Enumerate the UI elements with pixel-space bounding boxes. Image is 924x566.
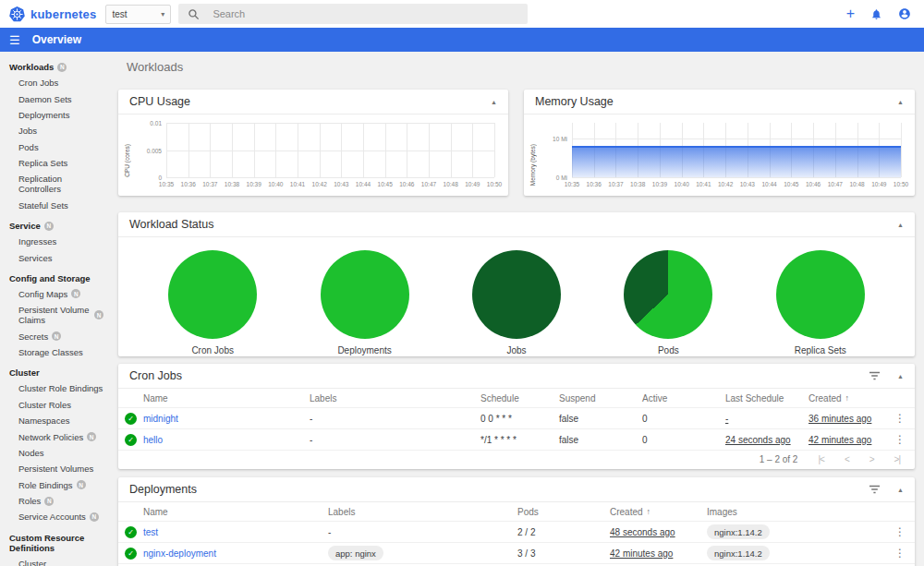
sidebar-item-crd-cluster[interactable]: Cluster [0,556,111,566]
pie-jobs: Jobs [447,250,586,355]
deployments-pie-chart[interactable] [321,250,409,339]
deployment-link[interactable]: test [143,527,158,537]
row-menu-kebab-icon[interactable]: ⋮ [885,525,915,538]
prev-page-icon[interactable]: < [845,454,849,464]
sidebar-item-replication-controllers[interactable]: Replication Controllers [0,171,111,197]
sidebar-item-secrets[interactable]: SecretsN [0,329,111,344]
sidebar-item-deployments[interactable]: Deployments [0,107,111,123]
sidebar-item-ingresses[interactable]: Ingresses [0,234,111,249]
pods-pie-chart[interactable] [624,250,712,339]
col-created[interactable]: Created↑ [610,507,707,517]
sidebar-section-cluster[interactable]: Cluster [0,364,111,380]
namespaced-badge: N [71,289,80,298]
sidebar-item-cron-jobs[interactable]: Cron Jobs [0,75,111,90]
col-active[interactable]: Active [642,393,725,403]
sidebar-item-services[interactable]: Services [0,249,111,265]
chevron-down-icon: ▾ [161,10,164,18]
sidebar-item-namespaces[interactable]: Namespaces [0,413,111,428]
sidebar-item-nodes[interactable]: Nodes [0,445,111,461]
pie-cron-jobs: Cron Jobs [143,250,282,355]
last-schedule-value[interactable]: - [725,414,728,424]
col-suspend[interactable]: Suspend [559,393,642,403]
collapse-caret-icon[interactable]: ▲ [491,99,497,105]
kubernetes-logo[interactable]: kubernetes [9,6,96,22]
first-page-icon[interactable]: |< [818,454,823,464]
sidebar-section-workloads[interactable]: Workloads N [0,58,111,75]
sidebar-item-persistent-volumes[interactable]: Persistent Volumes [0,461,111,476]
pie-replica-sets: Replica Sets [751,250,890,355]
namespaced-badge: N [94,310,103,319]
replica-sets-pie-chart[interactable] [776,250,865,339]
created-value[interactable]: 36 minutes ago [808,414,871,424]
row-menu-kebab-icon[interactable]: ⋮ [885,433,915,446]
filter-icon[interactable] [869,371,881,380]
sidebar-item-daemon-sets[interactable]: Daemon Sets [0,90,111,106]
sidebar-section-custom-resource-definitions[interactable]: Custom Resource Definitions [0,529,111,556]
sidebar-item-role-bindings[interactable]: Role BindingsN [0,477,111,493]
page-title: Workloads [127,60,183,74]
sidebar-item-pods[interactable]: Pods [0,139,111,155]
search-bar[interactable] [178,4,528,24]
sidebar-item-cluster-roles[interactable]: Cluster Roles [0,397,111,413]
sidebar-item-storage-classes[interactable]: Storage Classes [0,344,111,360]
row-menu-kebab-icon[interactable]: ⋮ [885,412,915,425]
account-user-icon[interactable] [898,7,911,20]
deployment-link[interactable]: nginx-deployment [143,548,216,559]
kubernetes-helm-icon [9,6,25,22]
memory-y-axis-label: Memory (bytes) [529,144,536,186]
col-name[interactable]: Name [143,393,310,403]
col-labels[interactable]: Labels [310,393,480,403]
deployments-table-header: Name Labels Pods Created↑ Images [118,502,915,522]
sidebar-item-service-accounts[interactable]: Service AccountsN [0,509,111,524]
col-labels[interactable]: Labels [328,507,517,517]
menu-hamburger-icon[interactable]: ☰ [9,34,20,46]
cron-job-link[interactable]: hello [143,435,163,445]
col-schedule[interactable]: Schedule [480,393,559,403]
create-resource-plus-icon[interactable]: + [846,6,855,21]
next-page-icon[interactable]: > [869,454,874,464]
created-value[interactable]: 42 minutes ago [808,435,871,445]
sidebar-item-stateful-sets[interactable]: Stateful Sets [0,198,111,213]
sidebar-item-jobs[interactable]: Jobs [0,123,111,138]
sidebar-item-network-policies[interactable]: Network PoliciesN [0,428,111,444]
collapse-caret-icon[interactable]: ▲ [897,99,904,105]
namespaced-badge: N [57,63,67,72]
collapse-caret-icon[interactable]: ▲ [897,487,904,493]
sidebar-item-cluster-role-bindings[interactable]: Cluster Role Bindings [0,380,111,396]
last-page-icon[interactable]: >| [894,454,900,464]
cron-job-link[interactable]: midnight [143,414,178,424]
cron-jobs-pie-chart[interactable] [168,250,257,339]
search-input[interactable] [213,8,471,19]
last-schedule-value[interactable]: 24 seconds ago [725,435,791,445]
sidebar-item-roles[interactable]: RolesN [0,493,111,509]
created-value[interactable]: 48 seconds ago [610,527,675,537]
sidebar-section-service[interactable]: Service N [0,217,111,234]
status-ok-check-icon: ✓ [125,526,137,538]
namespaced-badge: N [77,480,86,489]
cpu-y-axis-label: CPU (cores) [124,144,130,177]
col-pods[interactable]: Pods [517,507,610,517]
jobs-pie-chart[interactable] [472,250,561,339]
memory-usage-area [572,146,901,177]
col-last-schedule[interactable]: Last Schedule [725,393,808,403]
sidebar-item-persistent-volume-claims[interactable]: Persistent Volume ClaimsN [0,302,111,328]
filter-icon[interactable] [869,485,881,494]
col-name[interactable]: Name [143,507,328,517]
collapse-caret-icon[interactable]: ▲ [897,373,904,379]
col-images[interactable]: Images [707,507,885,517]
col-created[interactable]: Created↑ [808,393,885,403]
row-menu-kebab-icon[interactable]: ⋮ [885,547,915,560]
deployments-card: Deployments ▲ Name Labels Pods Created↑ … [118,477,915,566]
created-value[interactable]: 42 minutes ago [610,548,673,559]
sidebar-item-replica-sets[interactable]: Replica Sets [0,155,111,171]
table-row: ✓ hello - */1 * * * * false 0 24 seconds… [118,429,915,451]
collapse-caret-icon[interactable]: ▲ [897,222,904,228]
sort-up-icon: ↑ [647,507,651,516]
sidebar-section-config-and-storage[interactable]: Config and Storage [0,270,111,286]
main-content: Workloads CPU Usage ▲ CPU (cores) 10:351… [111,52,924,566]
cpu-usage-title: CPU Usage [129,95,190,108]
namespace-selector[interactable]: test ▾ [105,5,171,24]
sidebar-item-config-maps[interactable]: Config MapsN [0,286,111,302]
pagination-range: 1 – 2 of 2 [760,454,798,464]
notifications-bell-icon[interactable] [870,8,882,20]
